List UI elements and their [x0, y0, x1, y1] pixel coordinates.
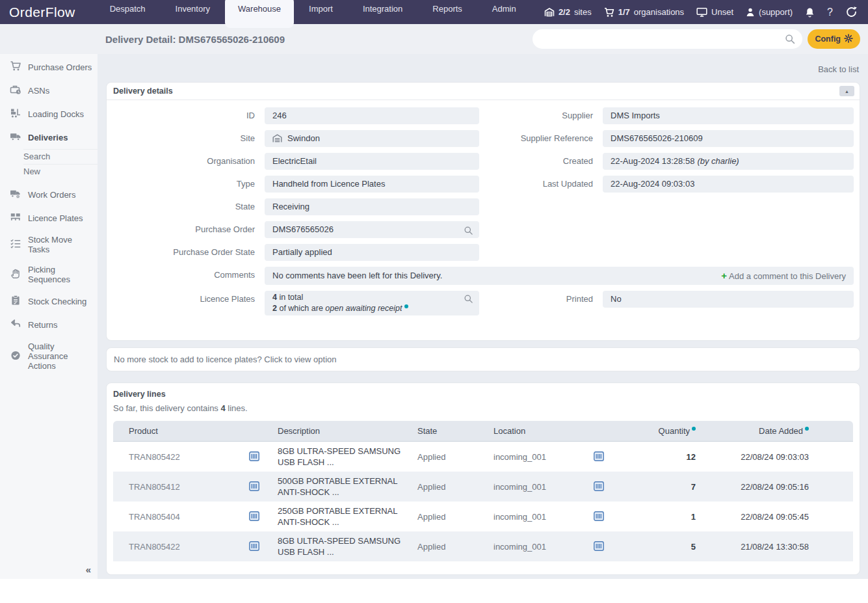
purchase-order-search-icon[interactable]: [464, 224, 473, 241]
sidebar-item-licence-plates[interactable]: Licence Plates: [0, 206, 98, 230]
sidebar-item-stock-checking[interactable]: Stock Checking: [0, 289, 98, 313]
table-row[interactable]: TRAN805412 500GB PORTABLE EXTERNAL ANTI-…: [113, 472, 853, 502]
field-label-printed: Printed: [489, 291, 593, 308]
licence-plate-icon[interactable]: [594, 451, 604, 464]
licence-plate-icon[interactable]: [594, 541, 604, 554]
printer-status[interactable]: Unset: [696, 7, 733, 17]
field-label-comments: Comments: [111, 267, 255, 284]
date-added-info-icon[interactable]: [805, 427, 809, 431]
created-by-note: (by charlie): [697, 156, 739, 166]
delivery-details-panel: Delivery details ▲ ID 246 Supplier DMS I…: [106, 82, 860, 341]
notifications-button[interactable]: [805, 7, 815, 18]
field-value-licence-plates[interactable]: 4 in total 2 of which are open awaiting …: [265, 291, 479, 315]
sidebar-item-loading-docks[interactable]: Loading Docks: [0, 102, 98, 126]
global-search: [533, 29, 802, 49]
sidebar-item-quality-assurance-actions[interactable]: Quality Assurance Actions: [0, 336, 98, 376]
sidebar-item-asns[interactable]: ASNs: [0, 79, 98, 102]
config-label: Config: [815, 34, 841, 44]
field-value-printed: No: [603, 291, 854, 308]
organisations-count: 1/7: [618, 7, 630, 17]
sidebar-item-picking-sequences[interactable]: Picking Sequences: [0, 260, 98, 289]
nav-integration[interactable]: Integration: [348, 0, 417, 21]
plus-icon: +: [721, 270, 727, 281]
field-value-comments: No comments have been left for this Deli…: [265, 267, 854, 285]
add-comment-link[interactable]: +Add a comment to this Delivery: [721, 267, 846, 285]
info-icon[interactable]: [404, 304, 408, 308]
user-menu[interactable]: (support): [746, 7, 793, 17]
sidebar-item-returns[interactable]: Returns: [0, 313, 98, 336]
help-button[interactable]: ?: [827, 7, 833, 18]
nav-despatch[interactable]: Despatch: [95, 0, 161, 21]
monitor-icon: [696, 7, 707, 17]
licence-plates-search-icon[interactable]: [464, 294, 473, 307]
sites-status[interactable]: 2/2 sites: [544, 7, 592, 17]
field-label-created: Created: [489, 153, 593, 170]
search-input[interactable]: [533, 29, 802, 49]
licence-plate-icon[interactable]: [594, 481, 604, 494]
forklift-icon: [10, 107, 21, 120]
hand-icon: [10, 268, 21, 281]
sidebar-collapse-button[interactable]: «: [86, 564, 91, 575]
licence-plate-icon[interactable]: [249, 481, 259, 494]
sidebar-item-stock-move-tasks[interactable]: Stock Move Tasks: [0, 230, 98, 260]
field-label-last-updated: Last Updated: [489, 176, 593, 193]
nav-inventory[interactable]: Inventory: [161, 0, 225, 21]
column-description: Description: [262, 421, 402, 442]
quantity-info-icon[interactable]: [692, 427, 696, 431]
field-label-state: State: [111, 198, 255, 215]
licence-plate-icon[interactable]: [249, 451, 259, 464]
page-header: Delivery Detail: DMS676565026-210609 Con…: [0, 24, 868, 54]
cart-icon: [10, 60, 21, 74]
delivery-lines-table: Product Description State Location Quant…: [113, 421, 853, 561]
gear-icon: [844, 34, 853, 45]
sidebar-subitem-deliveries-new[interactable]: New: [23, 164, 98, 179]
search-icon[interactable]: [785, 34, 795, 47]
checklist-icon: [10, 238, 21, 251]
user-icon: [746, 7, 755, 17]
table-header-row: Product Description State Location Quant…: [113, 421, 853, 442]
sidebar-item-purchase-orders[interactable]: Purchase Orders: [0, 55, 98, 79]
toolbox-clock-icon: [10, 84, 21, 97]
sidebar-item-work-orders[interactable]: Work Orders: [0, 183, 98, 206]
history-refresh-button[interactable]: [845, 6, 858, 18]
licence-plate-icon[interactable]: [594, 511, 604, 524]
sidebar-subitem-deliveries-search[interactable]: Search: [23, 149, 98, 164]
page-title: Delivery Detail: DMS676565026-210609: [105, 34, 285, 45]
table-row[interactable]: TRAN805422 8GB ULTRA-SPEED SAMSUNG USB F…: [113, 531, 853, 561]
organisations-status[interactable]: 1/7 organisations: [604, 7, 684, 18]
licence-plate-icon[interactable]: [249, 511, 259, 524]
printer-label: Unset: [711, 7, 733, 17]
stock-notice-text: No more stock to add to licence plates?: [114, 355, 262, 364]
panel-collapse-button[interactable]: ▲: [839, 86, 854, 96]
stock-notice-link[interactable]: Click to view option: [264, 355, 336, 364]
table-row[interactable]: TRAN805404 250GB PORTABLE EXTERNAL ANTI-…: [113, 502, 853, 531]
main-content: Back to list Delivery details ▲ ID 246 S…: [98, 54, 868, 579]
table-row[interactable]: TRAN805422 8GB ULTRA-SPEED SAMSUNG USB F…: [113, 442, 853, 472]
field-label-id: ID: [111, 107, 255, 124]
truck-icon: [10, 131, 21, 144]
lines-count: 4: [220, 403, 225, 413]
back-to-list-link[interactable]: Back to list: [818, 64, 859, 74]
sidebar-item-deliveries[interactable]: Deliveries: [0, 126, 98, 149]
licence-plate-icon[interactable]: [249, 541, 259, 554]
refresh-icon: [845, 6, 858, 18]
field-label-licence-plates: Licence Plates: [111, 291, 255, 308]
nav-reports[interactable]: Reports: [417, 0, 477, 21]
config-button[interactable]: Config: [808, 29, 860, 49]
clipboard-check-icon: [10, 295, 21, 308]
return-arrow-icon: [10, 318, 21, 331]
field-label-type: Type: [111, 176, 255, 193]
field-label-organisation: Organisation: [111, 153, 255, 170]
organisations-label: organisations: [634, 7, 684, 17]
field-value-purchase-order[interactable]: DMS676565026: [265, 221, 479, 238]
nav-import[interactable]: Import: [294, 0, 348, 21]
orderflow-logo: OrderFlow: [9, 5, 75, 20]
field-value-created: 22-Aug-2024 13:28:58(by charlie): [603, 153, 854, 170]
warehouse-icon: [544, 7, 555, 17]
nav-warehouse[interactable]: Warehouse: [225, 0, 294, 28]
field-label-site: Site: [111, 130, 255, 147]
help-label: ?: [827, 7, 833, 18]
cart-icon: [604, 7, 614, 18]
field-label-supplier-reference: Supplier Reference: [489, 130, 593, 147]
nav-admin[interactable]: Admin: [477, 0, 531, 21]
